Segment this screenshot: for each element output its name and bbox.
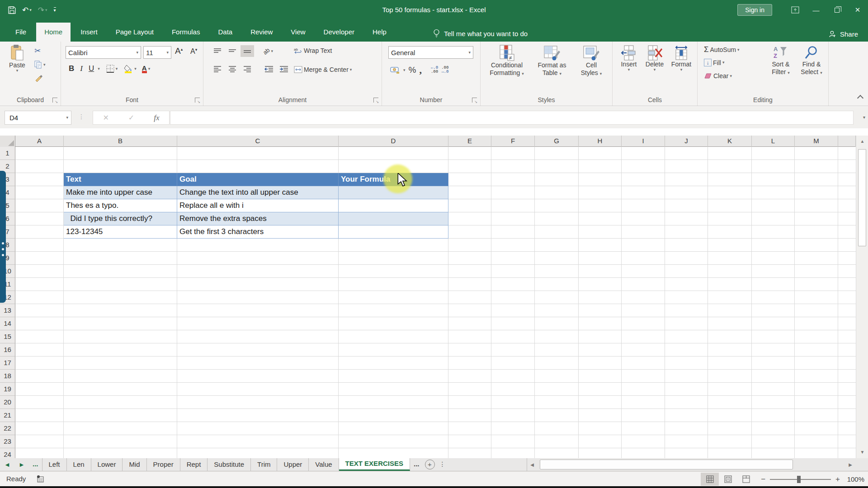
cell-I11[interactable] [622, 278, 665, 291]
cell-G12[interactable] [535, 291, 579, 304]
cell-E24[interactable] [448, 448, 491, 458]
cell-A7[interactable] [15, 225, 64, 239]
cell-K14[interactable] [708, 317, 752, 330]
cell-I19[interactable] [622, 383, 665, 396]
cell-H7[interactable] [579, 225, 622, 239]
cell-A12[interactable] [15, 291, 64, 304]
cell-L9[interactable] [752, 252, 795, 265]
cell-L15[interactable] [752, 330, 795, 343]
cell-I24[interactable] [622, 448, 665, 458]
sheet-tab-trim[interactable]: Trim [251, 458, 277, 471]
cell-B2[interactable] [64, 160, 177, 173]
page-layout-view-button[interactable] [719, 473, 737, 486]
row-header-20[interactable]: 20 [0, 396, 15, 409]
cell-B12[interactable] [64, 291, 177, 304]
cell-K21[interactable] [708, 409, 752, 422]
cell-J15[interactable] [665, 330, 708, 343]
cell-C11[interactable] [177, 278, 339, 291]
cancel-icon[interactable]: ✕ [103, 113, 108, 122]
cell-L4[interactable] [752, 186, 795, 199]
cell-E4[interactable] [448, 186, 491, 199]
cell-F16[interactable] [491, 343, 535, 357]
tab-review[interactable]: Review [242, 23, 281, 42]
cell-K3[interactable] [708, 173, 752, 186]
cell-D11[interactable] [339, 278, 448, 291]
cell-M21[interactable] [795, 409, 838, 422]
cell-J1[interactable] [665, 147, 708, 160]
cell-H2[interactable] [579, 160, 622, 173]
cell-F9[interactable] [491, 252, 535, 265]
cell-D23[interactable] [339, 435, 448, 448]
column-header-M[interactable]: M [795, 136, 838, 147]
orientation-icon[interactable]: ab [262, 47, 271, 56]
cell-I14[interactable] [622, 317, 665, 330]
cell-C12[interactable] [177, 291, 339, 304]
cell-L23[interactable] [752, 435, 795, 448]
decrease-indent-icon[interactable] [262, 63, 276, 75]
column-header-K[interactable]: K [708, 136, 752, 147]
cell-M14[interactable] [795, 317, 838, 330]
cell-G2[interactable] [535, 160, 579, 173]
tab-home[interactable]: Home [36, 23, 71, 42]
cell-F4[interactable] [491, 186, 535, 199]
cell-I2[interactable] [622, 160, 665, 173]
formula-bar-splitter[interactable]: ⋮ [78, 113, 85, 120]
cell-H24[interactable] [579, 448, 622, 458]
expand-formula-bar-icon[interactable]: ▾ [863, 115, 865, 120]
row-header-16[interactable]: 16 [0, 343, 15, 357]
format-painter-icon[interactable] [34, 74, 43, 85]
cell-A8[interactable] [15, 239, 64, 252]
row-header-14[interactable]: 14 [0, 317, 15, 330]
cell-I8[interactable] [622, 239, 665, 252]
zoom-in-icon[interactable]: + [835, 475, 840, 484]
number-dialog-launcher[interactable] [472, 98, 477, 103]
cell-B13[interactable] [64, 304, 177, 317]
new-sheet-button[interactable]: + [425, 460, 435, 469]
copy-icon[interactable]: ▾ [34, 61, 46, 69]
macro-record-icon[interactable] [36, 475, 44, 483]
align-bottom-icon[interactable] [241, 45, 254, 57]
cell-G24[interactable] [535, 448, 579, 458]
underline-button[interactable]: U [86, 64, 96, 73]
sheet-tab-substitute[interactable]: Substitute [208, 458, 251, 471]
row-header-13[interactable]: 13 [0, 304, 15, 317]
cell-L2[interactable] [752, 160, 795, 173]
column-header-J[interactable]: J [665, 136, 708, 147]
cell-H13[interactable] [579, 304, 622, 317]
cell-C4[interactable]: Change the text into all upper case [177, 186, 339, 199]
zoom-percentage[interactable]: 100% [844, 475, 864, 483]
cell-I16[interactable] [622, 343, 665, 357]
cell-D22[interactable] [339, 422, 448, 435]
cell-I20[interactable] [622, 396, 665, 409]
paste-button[interactable]: Paste ▾ [5, 44, 29, 73]
column-header-H[interactable]: H [579, 136, 622, 147]
sheet-tab-mid[interactable]: Mid [123, 458, 146, 471]
cell-I10[interactable] [622, 265, 665, 278]
cell-G5[interactable] [535, 199, 579, 212]
column-header-C[interactable]: C [177, 136, 339, 147]
cell-L14[interactable] [752, 317, 795, 330]
cell-K2[interactable] [708, 160, 752, 173]
cell-J13[interactable] [665, 304, 708, 317]
cell-K6[interactable] [708, 212, 752, 225]
cell-H14[interactable] [579, 317, 622, 330]
cell-M3[interactable] [795, 173, 838, 186]
cell-D1[interactable] [339, 147, 448, 160]
cell-F19[interactable] [491, 383, 535, 396]
sheet-tab-len[interactable]: Len [67, 458, 91, 471]
column-header-I[interactable]: I [622, 136, 665, 147]
cell-E19[interactable] [448, 383, 491, 396]
cell-H18[interactable] [579, 370, 622, 383]
cell-F10[interactable] [491, 265, 535, 278]
cell-F2[interactable] [491, 160, 535, 173]
tell-me-box[interactable]: Tell me what you want to do [433, 29, 528, 38]
cell-M6[interactable] [795, 212, 838, 225]
format-cells-button[interactable]: Format ▾ [669, 45, 694, 72]
cell-E14[interactable] [448, 317, 491, 330]
cell-H20[interactable] [579, 396, 622, 409]
cell-B7[interactable]: 123-12345 [64, 225, 177, 239]
currency-caret[interactable]: ▾ [403, 68, 406, 72]
tab-developer[interactable]: Developer [316, 23, 363, 42]
cell-L22[interactable] [752, 422, 795, 435]
cell-G18[interactable] [535, 370, 579, 383]
